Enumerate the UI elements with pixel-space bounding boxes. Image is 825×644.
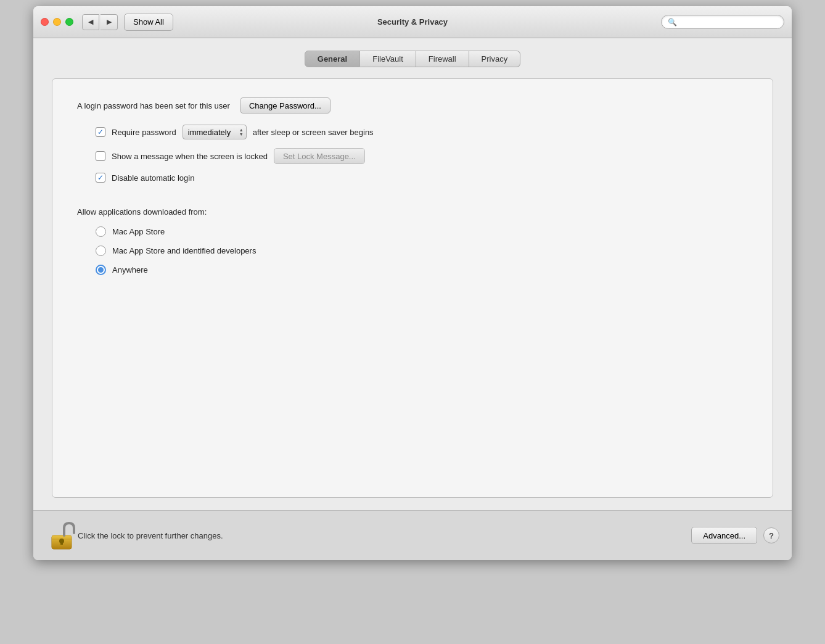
advanced-button[interactable]: Advanced...	[691, 527, 757, 544]
close-button[interactable]	[41, 18, 49, 26]
lock-status-text: Click the lock to prevent further change…	[78, 531, 691, 540]
main-window: ◀ ▶ Show All Security & Privacy 🔍 Genera…	[33, 6, 792, 560]
options-section: ✓ Require password immediately 5 seconds…	[96, 125, 748, 183]
mac-app-store-developers-radio[interactable]	[96, 246, 106, 256]
mac-app-store-developers-label: Mac App Store and identified developers	[112, 246, 256, 255]
settings-panel: A login password has been set for this u…	[52, 78, 773, 498]
mac-app-store-radio[interactable]	[96, 226, 106, 237]
show-message-checkbox[interactable]	[96, 151, 105, 161]
tab-general[interactable]: General	[305, 51, 360, 67]
mac-app-store-label: Mac App Store	[112, 227, 165, 236]
show-all-button[interactable]: Show All	[124, 14, 173, 31]
traffic-lights	[41, 18, 73, 26]
require-password-row: ✓ Require password immediately 5 seconds…	[96, 125, 748, 139]
show-message-label: Show a message when the screen is locked	[112, 152, 268, 161]
search-box[interactable]: 🔍	[661, 15, 784, 29]
mac-app-store-row: Mac App Store	[96, 226, 748, 237]
disable-autologin-checkbox[interactable]: ✓	[96, 173, 105, 183]
require-password-checkbox[interactable]: ✓	[96, 127, 105, 137]
help-button[interactable]: ?	[763, 527, 779, 543]
titlebar: ◀ ▶ Show All Security & Privacy 🔍	[33, 6, 792, 38]
mac-app-store-developers-row: Mac App Store and identified developers	[96, 246, 748, 256]
disable-autologin-label: Disable automatic login	[112, 173, 194, 183]
login-password-label: A login password has been set for this u…	[77, 101, 230, 110]
show-message-row: Show a message when the screen is locked…	[96, 148, 748, 164]
svg-rect-3	[60, 541, 63, 545]
login-password-row: A login password has been set for this u…	[77, 97, 748, 114]
nav-forward-button[interactable]: ▶	[101, 14, 118, 30]
require-password-suffix: after sleep or screen saver begins	[253, 128, 374, 137]
tab-bar: General FileVault Firewall Privacy	[52, 51, 773, 67]
change-password-button[interactable]: Change Password...	[240, 97, 330, 114]
password-timing-select[interactable]: immediately 5 seconds 1 minute 5 minutes…	[183, 125, 247, 139]
content-area: General FileVault Firewall Privacy A log…	[33, 38, 792, 510]
require-password-label: Require password	[112, 128, 176, 137]
set-lock-message-button[interactable]: Set Lock Message...	[274, 148, 365, 164]
nav-buttons: ◀ ▶	[82, 14, 118, 30]
lock-icon[interactable]	[46, 519, 78, 551]
anywhere-row: Anywhere	[96, 265, 748, 275]
maximize-button[interactable]	[65, 18, 73, 26]
window-title: Security & Privacy	[377, 17, 448, 27]
minimize-button[interactable]	[53, 18, 61, 26]
nav-back-button[interactable]: ◀	[82, 14, 99, 30]
tab-privacy[interactable]: Privacy	[469, 51, 521, 67]
download-source-options: Mac App Store Mac App Store and identifi…	[96, 226, 748, 275]
anywhere-radio[interactable]	[96, 265, 106, 275]
allow-apps-label: Allow applications downloaded from:	[77, 207, 748, 217]
anywhere-label: Anywhere	[112, 265, 148, 275]
bottom-bar: Click the lock to prevent further change…	[33, 510, 792, 560]
search-icon: 🔍	[668, 18, 677, 27]
tab-filevault[interactable]: FileVault	[360, 51, 416, 67]
disable-autologin-row: ✓ Disable automatic login	[96, 173, 748, 183]
tab-firewall[interactable]: Firewall	[416, 51, 469, 67]
allow-apps-section: Allow applications downloaded from: Mac …	[77, 207, 748, 275]
password-timing-select-wrapper: immediately 5 seconds 1 minute 5 minutes…	[183, 125, 247, 139]
search-input[interactable]	[680, 17, 778, 27]
